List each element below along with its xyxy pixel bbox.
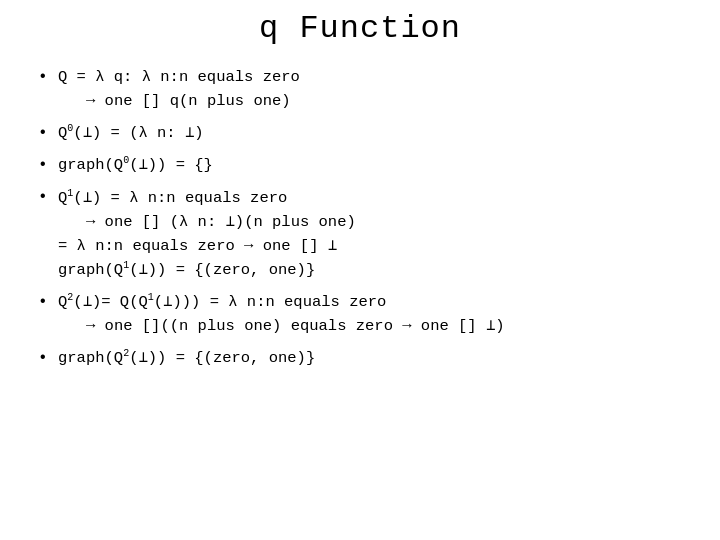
list-item: Q1(⊥) = λ n:n equals zero → one [] (λ n:… bbox=[30, 185, 690, 281]
bullet-line: Q = λ q: λ n:n equals zero bbox=[58, 68, 300, 86]
list-item: graph(Q2(⊥)) = {(zero, one)} bbox=[30, 346, 690, 370]
list-item: Q0(⊥) = (λ n: ⊥) bbox=[30, 121, 690, 145]
list-item: graph(Q0(⊥)) = {} bbox=[30, 153, 690, 177]
bullet-line: Q2(⊥)= Q(Q1(⊥))) = λ n:n equals zero bbox=[58, 293, 386, 311]
list-item: Q = λ q: λ n:n equals zero → one [] q(n … bbox=[30, 65, 690, 113]
bullet-continuation: → one []((n plus one) equals zero → one … bbox=[58, 314, 690, 338]
page: q Function Q = λ q: λ n:n equals zero → … bbox=[0, 0, 720, 540]
bullet-line: graph(Q0(⊥)) = {} bbox=[58, 156, 213, 174]
list-item: Q2(⊥)= Q(Q1(⊥))) = λ n:n equals zero → o… bbox=[30, 290, 690, 338]
bullet-continuation: → one [] (λ n: ⊥)(n plus one) bbox=[58, 210, 690, 234]
bullet-continuation: → one [] q(n plus one) bbox=[58, 89, 690, 113]
bullet-continuation: graph(Q1(⊥)) = {(zero, one)} bbox=[58, 258, 690, 282]
bullet-list: Q = λ q: λ n:n equals zero → one [] q(n … bbox=[30, 65, 690, 370]
bullet-line: Q1(⊥) = λ n:n equals zero bbox=[58, 189, 287, 207]
bullet-line: Q0(⊥) = (λ n: ⊥) bbox=[58, 124, 204, 142]
bullet-continuation: = λ n:n equals zero → one [] ⊥ bbox=[58, 234, 690, 258]
bullet-line: graph(Q2(⊥)) = {(zero, one)} bbox=[58, 349, 315, 367]
page-title: q Function bbox=[30, 10, 690, 47]
